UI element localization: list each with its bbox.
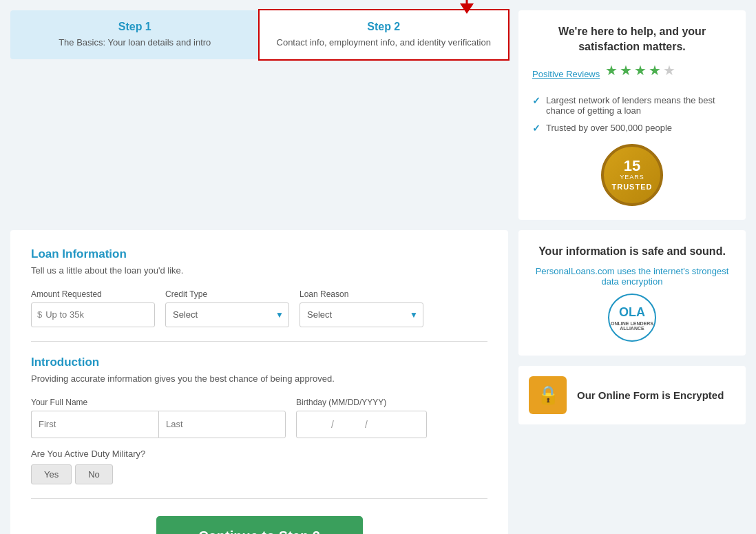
ola-circle: OLA ONLINE LENDERSALLIANCE: [608, 294, 656, 342]
page-wrapper: Step 1 The Basics: Your loan details and…: [0, 0, 756, 534]
full-name-label: Your Full Name: [31, 398, 286, 407]
step-2-desc: Contact info, employment info, and ident…: [273, 37, 495, 49]
section-divider-2: [31, 498, 487, 499]
step-2-label: Step 2: [273, 21, 495, 33]
form-area: Loan Information Tell us a little about …: [10, 230, 508, 534]
credit-type-label: Credit Type: [165, 289, 289, 299]
star-4: ★: [649, 62, 661, 79]
last-name-input[interactable]: [158, 411, 286, 438]
safe-card-subtitle: PersonalLoans.com uses the internet's st…: [532, 266, 732, 287]
amount-input[interactable]: [45, 309, 149, 320]
check-item-1: ✓ Largest network of lenders means the b…: [532, 95, 732, 116]
step-1-label: Step 1: [24, 21, 246, 33]
sidebar: Your information is safe and sound. Pers…: [518, 230, 746, 534]
intro-section: Introduction Providing accurate informat…: [31, 356, 487, 484]
ola-badge: OLA ONLINE LENDERSALLIANCE: [532, 294, 732, 342]
name-input-group: [31, 411, 286, 438]
safe-card-title: Your information is safe and sound.: [532, 244, 732, 259]
ola-label: OLA: [619, 305, 645, 320]
birthday-label: Birthday (MM/DD/YYYY): [296, 398, 427, 407]
loan-section-subtitle: Tell us a little about the loan you'd li…: [31, 265, 487, 276]
birthday-input-group: / /: [296, 411, 427, 438]
military-label: Are You Active Duty Military?: [31, 449, 487, 459]
encrypted-card: 🔒 Our Online Form is Encrypted: [518, 366, 746, 424]
lock-icon: 🔒: [537, 384, 559, 406]
badge-circle: 15 YEARS TRUSTED: [601, 144, 663, 206]
full-name-group: Your Full Name: [31, 398, 286, 438]
checkmark-1: ✓: [532, 95, 540, 106]
steps-container: Step 1 The Basics: Your loan details and…: [10, 10, 508, 220]
star-2: ★: [620, 62, 632, 79]
safe-card: Your information is safe and sound. Pers…: [518, 230, 746, 356]
military-section: Are You Active Duty Military? Yes No: [31, 449, 487, 484]
red-arrow-indicator: [446, 0, 487, 16]
badge-trusted-label: TRUSTED: [612, 183, 653, 191]
dollar-sign: $: [37, 309, 42, 320]
encrypted-text: Our Online Form is Encrypted: [577, 388, 724, 402]
star-rating: ★ ★ ★ ★ ★: [605, 62, 675, 79]
loan-reason-select-wrapper: Select Debt Consolidation Home Improveme…: [300, 302, 423, 327]
trust-card: We're here to help, and your satisfactio…: [518, 10, 746, 220]
star-3: ★: [634, 62, 647, 79]
trust-card-title: We're here to help, and your satisfactio…: [532, 24, 732, 55]
birthday-sep-1: /: [331, 419, 334, 430]
continue-button[interactable]: Continue to Step 2: [156, 516, 363, 534]
military-btn-group: Yes No: [31, 464, 487, 484]
main-content: Loan Information Tell us a little about …: [10, 230, 746, 534]
amount-label: Amount Requested: [31, 289, 155, 299]
step-1-box[interactable]: Step 1 The Basics: Your loan details and…: [10, 10, 260, 59]
check-item-2: ✓ Trusted by over 500,000 people: [532, 123, 732, 134]
birthday-sep-2: /: [365, 419, 368, 430]
ola-sub-text: ONLINE LENDERSALLIANCE: [611, 321, 653, 331]
check-text-2: Trusted by over 500,000 people: [546, 123, 672, 133]
loan-reason-group: Loan Reason Select Debt Consolidation Ho…: [300, 289, 423, 327]
badge-years-label: YEARS: [620, 174, 644, 181]
lock-icon-box: 🔒: [529, 376, 567, 414]
steps-row: Step 1 The Basics: Your loan details and…: [10, 10, 508, 59]
military-no-button[interactable]: No: [75, 464, 113, 484]
amount-input-wrapper: $: [31, 302, 155, 327]
loan-section-title: Loan Information: [31, 247, 487, 261]
loan-section: Loan Information Tell us a little about …: [31, 247, 487, 327]
birthday-group-wrapper: Birthday (MM/DD/YYYY) / /: [296, 398, 427, 438]
credit-type-select-wrapper: Select Excellent Good Fair Poor ▼: [165, 302, 289, 327]
badge-years: 15: [624, 158, 640, 174]
positive-reviews-link[interactable]: Positive Reviews: [532, 69, 600, 79]
svg-marker-1: [460, 3, 474, 14]
step-1-desc: The Basics: Your loan details and intro: [24, 37, 246, 49]
credit-type-select[interactable]: Select Excellent Good Fair Poor: [165, 302, 289, 327]
star-5-half: ★: [663, 62, 675, 79]
loan-reason-select[interactable]: Select Debt Consolidation Home Improveme…: [300, 302, 423, 327]
intro-form-row: Your Full Name Birthday (MM/DD/YYYY) /: [31, 398, 487, 438]
star-1: ★: [605, 62, 618, 79]
birthday-day-input[interactable]: [337, 419, 361, 429]
amount-group: Amount Requested $: [31, 289, 155, 327]
step-2-box[interactable]: Step 2 Contact info, employment info, an…: [258, 9, 510, 61]
birthday-month-input[interactable]: [304, 419, 328, 429]
intro-section-subtitle: Providing accurate information gives you…: [31, 373, 487, 384]
loan-form-row: Amount Requested $ Credit Type Select E: [31, 289, 487, 327]
birthday-year-input[interactable]: [371, 419, 409, 429]
trusted-badge: 15 YEARS TRUSTED: [532, 144, 732, 206]
top-section: Step 1 The Basics: Your loan details and…: [10, 10, 746, 220]
checkmark-2: ✓: [532, 123, 540, 134]
military-yes-button[interactable]: Yes: [31, 464, 72, 484]
check-text-1: Largest network of lenders means the bes…: [546, 95, 732, 116]
credit-type-group: Credit Type Select Excellent Good Fair P…: [165, 289, 289, 327]
loan-reason-label: Loan Reason: [300, 289, 423, 299]
intro-section-title: Introduction: [31, 356, 487, 369]
first-name-input[interactable]: [31, 411, 158, 438]
section-divider-1: [31, 341, 487, 342]
